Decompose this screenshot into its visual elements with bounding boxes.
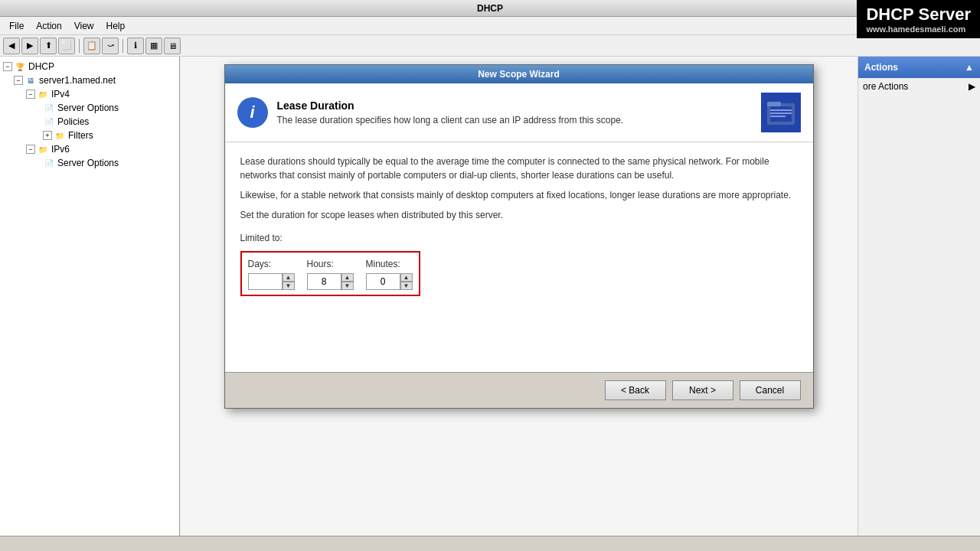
menu-view[interactable]: View xyxy=(68,19,100,33)
menu-help[interactable]: Help xyxy=(100,19,132,33)
toolbar-up[interactable]: ⬆ xyxy=(40,37,57,54)
dialog-folder-icon xyxy=(761,93,801,132)
toolbar-back[interactable]: ◀ xyxy=(3,37,20,54)
days-input[interactable] xyxy=(248,273,283,290)
tree-item-server-options-1[interactable]: 📄 Server Options xyxy=(0,101,179,115)
dialog-content: Lease durations should typically be equa… xyxy=(225,142,813,372)
toolbar-refresh[interactable]: ⤻ xyxy=(102,37,119,54)
hours-spinner: ▲ ▼ xyxy=(307,273,354,290)
toolbar-export[interactable]: 📋 xyxy=(83,37,100,54)
hours-field-group: Hours: ▲ ▼ xyxy=(307,257,354,290)
brand-box: DHCP Server www.hamedesmaeli.com xyxy=(857,0,980,38)
app-title: DHCP xyxy=(477,3,503,14)
minutes-spinner: ▲ ▼ xyxy=(366,273,413,290)
ipv4-icon: 📁 xyxy=(37,88,49,100)
hours-label: Hours: xyxy=(307,257,334,271)
tree-item-server-options-2[interactable]: 📄 Server Options xyxy=(0,156,179,170)
lease-fields-container: Days: ▲ ▼ Hours: xyxy=(240,251,420,296)
toolbar-monitor[interactable]: 🖥 xyxy=(164,37,181,54)
minutes-down-btn[interactable]: ▼ xyxy=(400,282,413,290)
actions-scroll-up[interactable]: ▲ xyxy=(965,62,974,73)
wizard-title: New Scope Wizard xyxy=(478,69,560,80)
days-spinner: ▲ ▼ xyxy=(248,273,295,290)
brand-sub: www.hamedesmaeli.com xyxy=(866,24,971,34)
wizard-section-title: Lease Duration xyxy=(277,99,752,112)
next-button[interactable]: Next > xyxy=(672,380,733,400)
menu-bar: File Action View Help xyxy=(0,17,980,35)
expand-dhcp[interactable]: − xyxy=(3,62,12,71)
tree-item-policies[interactable]: 📄 Policies xyxy=(0,115,179,129)
body-text-3: Set the duration for scope leases when d… xyxy=(240,208,798,222)
tree-server-label: server1.hamed.net xyxy=(39,75,116,86)
expand-filters[interactable]: + xyxy=(43,131,52,140)
minutes-label: Minutes: xyxy=(366,257,400,271)
wizard-info-icon: i xyxy=(237,97,268,128)
ipv6-icon: 📁 xyxy=(37,143,49,155)
menu-action[interactable]: Action xyxy=(30,19,67,33)
dialog-overlay: New Scope Wizard i Lease Duration The le… xyxy=(180,57,858,536)
toolbar-forward[interactable]: ▶ xyxy=(21,37,38,54)
more-actions-arrow: ▶ xyxy=(969,81,975,92)
expand-server[interactable]: − xyxy=(14,76,23,85)
minutes-spinner-btns: ▲ ▼ xyxy=(400,273,413,290)
toolbar-grid[interactable]: ▦ xyxy=(145,37,162,54)
dialog-header-text: Lease Duration The lease duration specif… xyxy=(277,99,752,126)
server-icon: 🖥 xyxy=(24,74,37,86)
expand-ipv6[interactable]: − xyxy=(26,145,35,154)
toolbar-show-hide[interactable]: ⬜ xyxy=(58,37,75,54)
brand-title: DHCP Server xyxy=(866,5,971,24)
svg-rect-3 xyxy=(770,109,792,111)
dialog-header: i Lease Duration The lease duration spec… xyxy=(225,83,813,142)
server-options-icon-1: 📄 xyxy=(43,102,55,114)
days-label: Days: xyxy=(248,257,272,271)
policies-icon: 📄 xyxy=(43,116,55,128)
toolbar: ◀ ▶ ⬆ ⬜ 📋 ⤻ ℹ ▦ 🖥 xyxy=(0,35,980,57)
days-spinner-btns: ▲ ▼ xyxy=(283,273,295,290)
wizard-section-desc: The lease duration specifies how long a … xyxy=(277,115,752,126)
actions-header: Actions ▲ xyxy=(858,57,980,78)
tree-item-ipv4[interactable]: − 📁 IPv4 xyxy=(0,87,179,101)
tree-panel: − 🏆 DHCP − 🖥 server1.hamed.net − 📁 IPv4 … xyxy=(0,57,180,536)
days-up-btn[interactable]: ▲ xyxy=(283,273,295,282)
dialog-titlebar: New Scope Wizard xyxy=(225,65,813,83)
svg-rect-5 xyxy=(770,116,786,117)
days-field-group: Days: ▲ ▼ xyxy=(248,257,295,290)
hours-up-btn[interactable]: ▲ xyxy=(341,273,354,282)
more-actions-item[interactable]: ore Actions ▶ xyxy=(858,78,980,95)
cancel-button[interactable]: Cancel xyxy=(740,380,801,400)
expand-ipv4[interactable]: − xyxy=(26,90,35,99)
actions-panel: Actions ▲ ore Actions ▶ xyxy=(858,57,980,536)
tree-item-filters[interactable]: + 📁 Filters xyxy=(0,129,179,142)
title-bar: DHCP DHCP Server www.hamedesmaeli.com xyxy=(0,0,980,17)
tree-server-options-1-label: Server Options xyxy=(57,103,119,113)
tree-server-options-2-label: Server Options xyxy=(57,158,119,168)
menu-file[interactable]: File xyxy=(3,19,30,33)
status-bar xyxy=(0,536,980,551)
tree-item-ipv6[interactable]: − 📁 IPv6 xyxy=(0,142,179,156)
tree-filters-label: Filters xyxy=(68,130,93,141)
svg-rect-4 xyxy=(770,112,792,114)
filters-icon: 📁 xyxy=(54,129,66,142)
days-down-btn[interactable]: ▼ xyxy=(283,282,295,290)
tree-policies-label: Policies xyxy=(57,116,89,127)
hours-down-btn[interactable]: ▼ xyxy=(341,282,354,290)
toolbar-properties[interactable]: ℹ xyxy=(127,37,144,54)
tree-ipv4-label: IPv4 xyxy=(51,89,70,99)
back-button[interactable]: < Back xyxy=(605,380,666,400)
minutes-input[interactable] xyxy=(366,273,400,290)
tree-ipv6-label: IPv6 xyxy=(51,144,70,155)
wizard-dialog: New Scope Wizard i Lease Duration The le… xyxy=(224,64,814,409)
main-area: − 🏆 DHCP − 🖥 server1.hamed.net − 📁 IPv4 … xyxy=(0,57,980,536)
server-options-icon-2: 📄 xyxy=(43,157,55,169)
tree-dhcp-label: DHCP xyxy=(28,61,54,72)
minutes-up-btn[interactable]: ▲ xyxy=(400,273,413,282)
dhcp-icon: 🏆 xyxy=(14,60,26,73)
hours-spinner-btns: ▲ ▼ xyxy=(341,273,354,290)
hours-input[interactable] xyxy=(307,273,341,290)
tree-item-dhcp[interactable]: − 🏆 DHCP xyxy=(0,60,179,73)
dialog-footer: < Back Next > Cancel xyxy=(225,372,813,408)
minutes-field-group: Minutes: ▲ ▼ xyxy=(366,257,413,290)
body-text-1: Lease durations should typically be equa… xyxy=(240,155,798,182)
toolbar-sep-2 xyxy=(122,39,123,53)
tree-item-server[interactable]: − 🖥 server1.hamed.net xyxy=(0,73,179,87)
